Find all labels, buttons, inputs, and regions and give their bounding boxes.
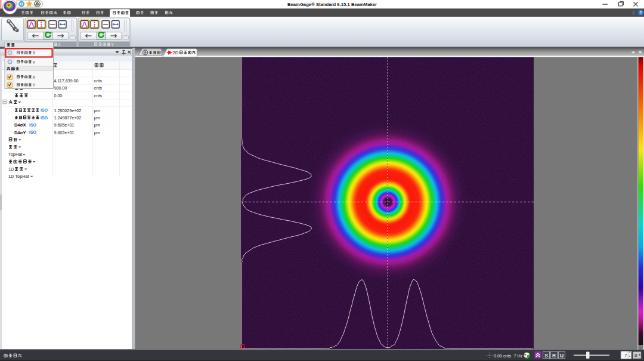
svg-text:ISO: ISO <box>29 123 37 127</box>
svg-text:1D: 1D <box>8 166 14 172</box>
svg-text:R: R <box>552 353 556 359</box>
svg-text:2D: 2D <box>173 50 179 55</box>
svg-text:BeamGage® Standard 6.15.1 Beam: BeamGage® Standard 6.15.1 BeamMaker <box>287 2 377 7</box>
svg-text:ISO: ISO <box>41 108 48 112</box>
svg-text:X: X <box>58 42 61 47</box>
svg-text:0.00: 0.00 <box>54 93 63 98</box>
svg-text:ISO: ISO <box>29 130 37 134</box>
svg-text:0.00 cnts: 0.00 cnts <box>494 353 512 359</box>
svg-text:D4σY: D4σY <box>14 130 26 135</box>
svg-text:7: 7 <box>624 353 627 358</box>
svg-text:9.605e+01: 9.605e+01 <box>54 122 75 128</box>
svg-text:μm: μm <box>94 115 100 121</box>
svg-text:cnts: cnts <box>94 78 103 84</box>
svg-text:Y: Y <box>33 83 36 87</box>
svg-text:Y: Y <box>111 42 114 47</box>
svg-text:cnts: cnts <box>94 93 103 98</box>
svg-text:μm: μm <box>94 122 100 128</box>
svg-text:1D TopHat: 1D TopHat <box>8 174 29 179</box>
svg-text:1.249877e+02: 1.249877e+02 <box>54 115 82 121</box>
svg-text:ISO: ISO <box>41 116 48 120</box>
svg-text:S: S <box>544 353 548 359</box>
svg-text:TopHat: TopHat <box>8 152 22 157</box>
svg-text:?: ? <box>639 11 642 15</box>
svg-text:9.602e+01: 9.602e+01 <box>54 130 75 135</box>
svg-text:Y: Y <box>33 60 36 64</box>
svg-text:μm: μm <box>94 108 100 113</box>
svg-text:B: B <box>634 353 637 357</box>
svg-text:980.00: 980.00 <box>54 85 67 91</box>
svg-text:U: U <box>560 353 564 359</box>
svg-text:μm: μm <box>94 130 100 135</box>
svg-text:?: ? <box>632 10 636 16</box>
svg-text:7 Hz: 7 Hz <box>514 353 523 359</box>
svg-text:cnts: cnts <box>94 85 103 91</box>
svg-text:D4σX: D4σX <box>14 122 26 128</box>
svg-text:1.250029e+02: 1.250029e+02 <box>54 108 82 113</box>
svg-text:X: X <box>33 51 36 55</box>
svg-text:4,117,639.00: 4,117,639.00 <box>54 78 79 84</box>
svg-text:X: X <box>33 75 36 79</box>
